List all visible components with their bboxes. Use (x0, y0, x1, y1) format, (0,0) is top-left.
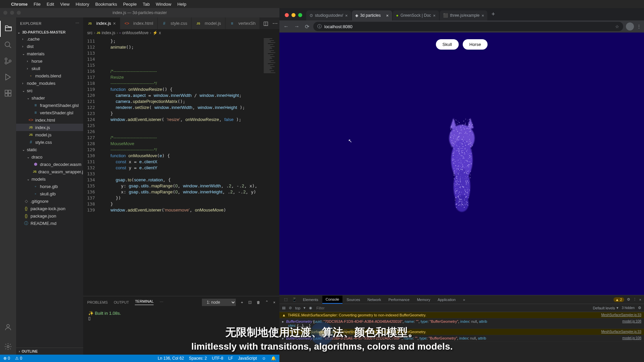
tab-close-icon[interactable]: × (345, 13, 348, 18)
tree-file[interactable]: {}package-lock.json (16, 205, 83, 212)
memory-tab[interactable]: Memory (414, 296, 434, 303)
status-spaces[interactable]: Spaces: 2 (189, 356, 207, 361)
site-info-icon[interactable]: ⓘ (317, 23, 322, 29)
window-maximize-icon[interactable] (17, 11, 21, 15)
browser-tab[interactable]: ⊙ studiogustodev/ × (306, 10, 351, 20)
tree-folder[interactable]: ⌄src (16, 87, 83, 94)
split-editor-icon[interactable]: ◫ (263, 20, 268, 26)
performance-tab[interactable]: Performance (385, 296, 413, 303)
search-icon[interactable] (0, 37, 16, 53)
account-icon[interactable] (0, 319, 16, 335)
devtools-menu-icon[interactable]: ⋮ (633, 297, 637, 302)
skull-button[interactable]: Skull (436, 39, 459, 50)
browser-tab-active[interactable]: ◈ 3d particles × (352, 10, 392, 20)
menu-edit[interactable]: Edit (47, 2, 54, 7)
more-actions-icon[interactable]: ⋯ (272, 20, 278, 26)
tree-file[interactable]: ▫skull.glb (16, 190, 83, 197)
browser-tab[interactable]: ● GreenSock | Doc × (393, 10, 439, 20)
inspect-icon[interactable]: ⬚ (282, 297, 289, 302)
editor-tab-active[interactable]: JSindex.js× (83, 17, 120, 29)
status-language[interactable]: JavaScript (238, 356, 257, 361)
tree-folder[interactable]: ⌄draco (16, 153, 83, 161)
code-editor[interactable]: 1111121131141151161171181191201211221231… (83, 37, 279, 296)
tree-file[interactable]: <>index.html (16, 116, 83, 124)
devtools-settings-icon[interactable]: ⚙ (627, 297, 630, 302)
tree-folder[interactable]: ›dist (16, 43, 83, 50)
terminal-select[interactable]: 1: node (202, 299, 236, 306)
explorer-icon[interactable] (0, 21, 16, 37)
tree-file[interactable]: ≡vertexShader.glsl (16, 109, 83, 116)
editor-tab[interactable]: JSmodel.js (192, 17, 225, 29)
tree-file[interactable]: ▫models.blend (16, 72, 83, 79)
tree-file[interactable]: JSmodel.js (16, 131, 83, 138)
breadcrumbs[interactable]: src› JSindex.js› ▫onMouseMove› ⚡x (83, 29, 279, 37)
problems-tab[interactable]: PROBLEMS (87, 300, 108, 304)
menu-help[interactable]: Help (177, 2, 186, 7)
forward-icon[interactable]: → (293, 22, 301, 31)
tree-folder[interactable]: ›.cache (16, 35, 83, 43)
console-tab[interactable]: Console (322, 296, 342, 304)
menu-tab[interactable]: Tab (143, 2, 150, 7)
browser-tab[interactable]: ⬛ three.js/example × (440, 10, 488, 20)
console-sidebar-icon[interactable]: ▤ (282, 306, 285, 310)
eye-icon[interactable]: ◉ (309, 306, 312, 310)
tree-file[interactable]: {}package.json (16, 212, 83, 220)
menu-history[interactable]: History (75, 2, 89, 7)
tree-folder[interactable]: ⌄shader (16, 94, 83, 102)
menu-view[interactable]: View (60, 2, 69, 7)
terminal-tab[interactable]: TERMINAL (135, 299, 154, 305)
url-bar[interactable]: ⓘ localhost:8080 ☆ (313, 22, 623, 31)
chrome-menu-icon[interactable]: ⋮ (637, 24, 641, 29)
warning-badge[interactable]: ▲ 2 (613, 297, 624, 302)
bookmark-icon[interactable]: ☆ (615, 24, 619, 29)
sources-tab[interactable]: Sources (343, 296, 363, 303)
tree-folder[interactable]: ⌄models (16, 175, 83, 183)
debug-icon[interactable] (0, 69, 16, 85)
more-tabs-icon[interactable]: » (460, 296, 468, 303)
minimize-icon[interactable] (291, 13, 296, 17)
status-position[interactable]: Ln 136, Col 62 (158, 356, 184, 361)
menu-bookmarks[interactable]: Bookmarks (95, 2, 117, 7)
menu-file[interactable]: File (34, 2, 41, 7)
maximize-panel-icon[interactable]: ⌃ (265, 300, 268, 304)
status-warnings[interactable]: ⚠ 0 (15, 356, 22, 361)
tree-folder[interactable]: ›skull (16, 65, 83, 72)
elements-tab[interactable]: Elements (300, 296, 322, 303)
profile-avatar[interactable] (626, 22, 634, 31)
new-terminal-icon[interactable]: + (241, 300, 243, 304)
source-control-icon[interactable] (0, 53, 16, 69)
editor-tab[interactable]: #style.css (158, 17, 192, 29)
window-close-icon[interactable] (3, 11, 7, 15)
editor-tab[interactable]: <>index.html (120, 17, 157, 29)
tree-file[interactable]: ⓘREADME.md (16, 220, 83, 227)
console-filter[interactable] (316, 305, 589, 311)
clear-console-icon[interactable]: ⊘ (289, 306, 292, 310)
status-eol[interactable]: LF (228, 356, 233, 361)
kill-terminal-icon[interactable]: 🗑 (257, 300, 260, 304)
tree-folder[interactable]: ›horse (16, 57, 83, 65)
output-tab[interactable]: OUTPUT (114, 300, 129, 304)
debug-console-icon[interactable]: ⋯ (160, 300, 163, 304)
tree-file[interactable]: JSdraco_wasm_wrapper.js (16, 168, 83, 175)
outline-section[interactable]: › OUTLINE (16, 348, 83, 355)
tree-file[interactable]: ▫horse.glb (16, 183, 83, 190)
devtools-close-icon[interactable]: × (639, 298, 641, 302)
menu-window[interactable]: Window (156, 2, 171, 7)
tree-folder[interactable]: ⌄static (16, 146, 83, 153)
tab-close-icon[interactable]: × (433, 13, 436, 18)
tree-file[interactable]: ⬢draco_decoder.wasm (16, 161, 83, 168)
reload-icon[interactable]: ⟳ (304, 22, 311, 31)
maximize-icon[interactable] (298, 13, 302, 17)
close-panel-icon[interactable]: × (273, 300, 275, 304)
window-minimize-icon[interactable] (10, 11, 14, 15)
tree-file[interactable]: ≡fragmentShader.glsl (16, 102, 83, 109)
status-errors[interactable]: ⊗ 0 (3, 356, 10, 361)
settings-icon[interactable] (0, 339, 16, 355)
tree-folder[interactable]: ›node_modules (16, 79, 83, 87)
split-terminal-icon[interactable]: ◫ (248, 300, 252, 304)
back-icon[interactable]: ← (282, 22, 290, 31)
tab-close-icon[interactable]: × (113, 21, 116, 26)
network-tab[interactable]: Network (364, 296, 384, 303)
status-bell-icon[interactable]: 🔔 (271, 356, 276, 361)
tree-file-active[interactable]: JSindex.js (16, 124, 83, 131)
